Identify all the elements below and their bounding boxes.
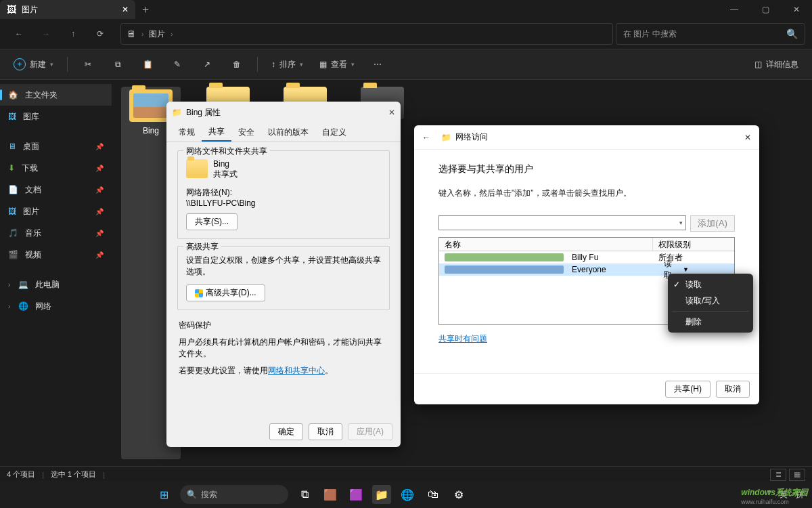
window-controls: — ▢ ✕: [719, 0, 812, 19]
sidebar-item-downloads[interactable]: ⬇ 下载 📌: [0, 157, 112, 179]
apply-button[interactable]: 应用(A): [348, 423, 392, 440]
more-icon: ⋯: [374, 60, 382, 69]
status-selection: 选中 1 个项目: [51, 469, 96, 480]
chevron-down-icon[interactable]: ▼: [677, 266, 729, 273]
search-input[interactable]: 在 图片 中搜索 🔍: [616, 23, 805, 45]
trouble-link[interactable]: 共享时有问题: [438, 334, 487, 343]
user-combobox[interactable]: ▾: [438, 215, 686, 230]
pictures-icon: 🖼: [8, 207, 16, 216]
menu-item-delete[interactable]: 删除: [668, 314, 753, 330]
app-icon[interactable]: 🟪: [346, 485, 365, 504]
videos-icon: 🎬: [8, 250, 18, 259]
maximize-button[interactable]: ▢: [750, 0, 781, 19]
ok-button[interactable]: 确定: [269, 423, 303, 440]
desktop-icon: 🖥: [8, 142, 16, 151]
close-button[interactable]: ✕: [781, 0, 812, 19]
list-header: 名称 权限级别: [439, 238, 734, 251]
folder-icon: 📁: [172, 108, 182, 117]
back-button[interactable]: ←: [7, 22, 31, 46]
sort-button[interactable]: ↕ 排序 ▾: [265, 54, 310, 75]
new-tab-button[interactable]: ＋: [135, 3, 156, 17]
taskbar-search[interactable]: 🔍 搜索: [180, 485, 288, 504]
group-title: 网络文件和文件夹共享: [183, 146, 270, 157]
rename-button[interactable]: ✎: [164, 54, 191, 75]
back-icon[interactable]: ←: [422, 133, 430, 142]
explorer-icon[interactable]: 📁: [372, 485, 391, 504]
breadcrumb[interactable]: 🖥 › 图片 ›: [120, 23, 613, 45]
chevron-right-icon: ›: [8, 303, 10, 310]
menu-item-readwrite[interactable]: 读取/写入: [668, 293, 753, 309]
sidebar-item-music[interactable]: 🎵 音乐 📌: [0, 222, 112, 244]
share-confirm-button[interactable]: 共享(H): [665, 381, 710, 398]
start-button[interactable]: ⊞: [154, 485, 173, 504]
edge-icon[interactable]: 🌐: [398, 485, 417, 504]
tab-share[interactable]: 共享: [202, 123, 231, 142]
tab-current[interactable]: 🖼 图片 ✕: [0, 0, 135, 19]
sidebar-item-thispc[interactable]: › 💻 此电脑: [0, 274, 112, 295]
new-button[interactable]: + 新建 ▾: [7, 54, 60, 75]
trash-icon: 🗑: [233, 60, 241, 69]
settings-icon[interactable]: ⚙: [449, 485, 468, 504]
view-label: 查看: [331, 59, 347, 70]
delete-button[interactable]: 🗑: [223, 54, 250, 75]
tab-previous[interactable]: 以前的版本: [261, 123, 315, 142]
sidebar-item-network[interactable]: › 🌐 网络: [0, 295, 112, 317]
more-button[interactable]: ⋯: [364, 54, 391, 75]
chevron-down-icon[interactable]: ▾: [679, 219, 683, 226]
sidebar-item-videos[interactable]: 🎬 视频 📌: [0, 244, 112, 266]
chevron-right-icon: ›: [171, 30, 173, 38]
pin-icon: 📌: [95, 165, 104, 172]
taskview-button[interactable]: ⧉: [295, 485, 314, 504]
tab-close-icon[interactable]: ✕: [122, 5, 129, 14]
chevron-right-icon: ›: [8, 281, 10, 289]
share-button[interactable]: ↗: [194, 54, 221, 75]
close-icon[interactable]: ✕: [388, 108, 395, 117]
copy-button[interactable]: ⧉: [104, 54, 131, 75]
taskbar: ⊞ 🔍 搜索 ⧉ 🟫 🟪 📁 🌐 🛍 ⚙ ˄ 英 拼: [0, 481, 812, 508]
network-center-link[interactable]: 网络和共享中心: [268, 366, 325, 375]
sidebar-item-gallery[interactable]: 🖼 图库: [0, 106, 112, 127]
tab-security[interactable]: 安全: [231, 123, 261, 142]
details-pane-button[interactable]: ◫ 详细信息: [748, 54, 805, 75]
cancel-button[interactable]: 取消: [309, 423, 342, 440]
col-name[interactable]: 名称: [439, 238, 653, 251]
app-icon[interactable]: 🟫: [321, 485, 340, 504]
dialog-title: 网络访问: [455, 131, 488, 143]
pin-icon: 📌: [95, 186, 104, 194]
col-perm[interactable]: 权限级别: [653, 238, 734, 251]
view-button[interactable]: ▦ 查看 ▾: [313, 54, 361, 75]
close-icon[interactable]: ✕: [744, 133, 751, 142]
share-button[interactable]: 共享(S)...: [186, 213, 238, 230]
refresh-button[interactable]: ⟳: [88, 22, 112, 46]
minimize-button[interactable]: —: [719, 0, 750, 19]
cancel-button[interactable]: 取消: [716, 381, 750, 398]
up-button[interactable]: ↑: [61, 22, 85, 46]
chevron-down-icon: ▾: [351, 61, 355, 68]
paste-button[interactable]: 📋: [134, 54, 161, 75]
store-icon[interactable]: 🛍: [424, 485, 443, 504]
add-button[interactable]: 添加(A): [690, 215, 735, 232]
tab-general[interactable]: 常规: [172, 123, 202, 142]
advanced-share-button[interactable]: 高级共享(D)...: [186, 284, 265, 301]
cut-button[interactable]: ✂: [74, 54, 102, 75]
sidebar-item-desktop[interactable]: 🖥 桌面 📌: [0, 135, 112, 157]
breadcrumb-segment[interactable]: 图片: [149, 28, 165, 40]
dialog-title: Bing 属性: [186, 107, 221, 119]
details-label: 详细信息: [766, 59, 798, 70]
sidebar-item-home[interactable]: 🏠 主文件夹: [0, 84, 112, 106]
documents-icon: 📄: [8, 185, 18, 194]
view-list-button[interactable]: ≣: [770, 469, 786, 481]
menu-item-read[interactable]: ✓ 读取: [668, 276, 753, 293]
sidebar-item-documents[interactable]: 📄 文档 📌: [0, 179, 112, 200]
forward-button[interactable]: →: [34, 22, 58, 46]
dialog-titlebar[interactable]: ← 📁 网络访问 ✕: [414, 125, 759, 150]
rename-icon: ✎: [174, 60, 181, 69]
home-icon: 🏠: [8, 90, 18, 100]
dialog-titlebar[interactable]: 📁 Bing 属性 ✕: [166, 102, 401, 123]
sidebar-item-pictures[interactable]: 🖼 图片 📌: [0, 200, 112, 222]
tab-custom[interactable]: 自定义: [315, 123, 353, 142]
view-grid-button[interactable]: ▦: [789, 469, 805, 481]
toolbar: + 新建 ▾ ✂ ⧉ 📋 ✎ ↗ 🗑 ↕ 排序 ▾ ▦ 查看 ▾ ⋯ ◫ 详细信…: [0, 49, 812, 80]
sidebar-item-label: 桌面: [23, 141, 39, 152]
netpath-value: \\BILLYFU-PC\Bing: [186, 198, 381, 208]
